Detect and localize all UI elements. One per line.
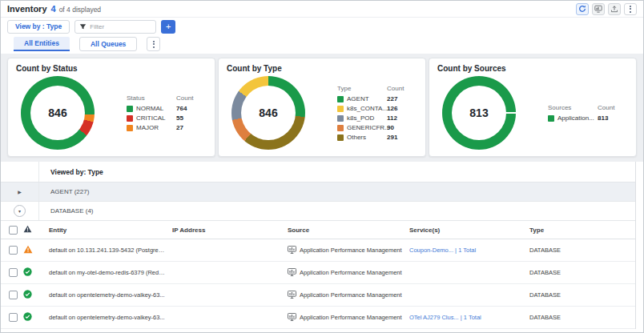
table-row[interactable]: default on opentelemetry-demo-valkey-63.… [1,307,635,329]
severity-column-icon [23,225,32,235]
group-label: DATABASE (4) [39,207,94,215]
group-row-agent[interactable]: ▶ AGENT (227) [1,183,635,202]
legend-swatch [337,115,344,122]
legend-item[interactable]: AGENT 227 [337,95,404,102]
table-row[interactable]: default on 10.131.241.139-5432 (Postgres… [1,239,635,262]
status-donut-chart[interactable]: 846 [21,76,95,150]
refresh-icon [578,2,586,16]
select-all-checkbox[interactable] [9,226,18,235]
viewed-by-row: Viewed by: Type [1,162,635,183]
legend-label: Application... [557,114,594,122]
donut-total: 846 [231,76,305,150]
legend-item[interactable]: Others 291 [337,134,404,141]
legend-item[interactable]: k8s_POD 112 [337,114,404,122]
legend-label: k8s_POD [347,114,374,122]
column-header-services[interactable]: Service(s) [405,227,526,234]
entity-cell: default on my-otel-demo-redis-6379 (Redi… [44,269,166,276]
status-ok-icon [23,290,32,300]
monitor-icon [288,268,296,278]
legend-item[interactable]: k8s_CONTA... 126 [337,105,404,112]
column-header-entity[interactable]: Entity [44,227,166,234]
column-header-ip[interactable]: IP Address [166,227,284,234]
source-cell: Application Performance Management [284,313,405,323]
legend-item[interactable]: GENERICFR... 90 [337,124,404,131]
services-link[interactable]: Coupon-Demo... | 1 Total [409,247,476,254]
add-filter-button[interactable]: + [161,20,175,34]
legend-swatch [127,125,133,131]
screen-view-button[interactable] [592,3,605,15]
monitor-icon [288,313,296,323]
table-row[interactable]: default on my-otel-demo-redis-6379 (Redi… [1,262,635,284]
card-count-by-status: Count by Status 846 Status Count NORMAL … [7,58,215,157]
filter-input[interactable] [90,23,151,30]
status-ok-icon [23,267,32,278]
refresh-button[interactable] [576,3,589,15]
group-row-database[interactable]: ▾ DATABASE (4) [1,202,635,221]
tab-all-entities[interactable]: All Entities [14,37,70,51]
legend-item[interactable]: NORMAL 764 [127,105,193,112]
card-title: Count by Sources [437,64,628,73]
legend-count: 27 [176,124,193,131]
services-link[interactable]: OTel AJ279 Clus... | 1 Total [409,314,481,321]
legend-swatch [548,115,554,122]
donut-total: 813 [442,76,516,150]
tab-all-queues[interactable]: All Queues [79,37,137,51]
row-checkbox[interactable] [9,246,18,255]
tabs-more-button[interactable] [147,37,160,51]
legend-label: NORMAL [136,105,163,112]
legend-swatch [337,134,344,141]
source-cell: Application Performance Management [284,246,405,255]
source-label: Application Performance Management [300,314,402,321]
legend-label: k8s_CONTA... [347,105,388,112]
source-label: Application Performance Management [300,269,402,276]
legend-item[interactable]: Application... 813 [548,114,614,122]
displayed-count-suffix: of 4 displayed [59,6,101,14]
table-row[interactable]: default on opentelemetry-demo-valkey-63.… [1,284,635,307]
monitor-icon [288,246,296,255]
legend-count: 764 [176,105,193,112]
source-label: Application Performance Management [300,291,402,299]
warning-major-icon [23,245,33,255]
row-checkbox[interactable] [9,291,18,299]
expand-button[interactable]: ▶ [1,183,39,201]
column-header-source[interactable]: Source [284,227,405,234]
legend-count: 55 [176,114,193,122]
status-ok-icon [23,312,32,323]
legend-swatch [127,106,133,112]
group-label: AGENT (227) [39,188,89,195]
export-button[interactable] [608,3,621,15]
card-title: Count by Status [16,64,207,73]
type-cell: DATABASE [526,314,635,321]
view-by-dropdown[interactable]: View by : Type [7,20,70,34]
legend-count: 112 [387,114,404,122]
legend-label: MAJOR [136,124,159,131]
legend-item[interactable]: CRITICAL 55 [127,114,193,122]
entity-list: Viewed by: Type ▶ AGENT (227) ▾ DATABASE… [1,162,636,329]
chevron-down-icon: ▾ [18,208,21,214]
monitor-icon [288,291,296,300]
row-checkbox[interactable] [9,268,18,277]
entity-cell: default on 10.131.241.139-5432 (Postgres… [44,247,166,254]
kebab-icon [630,6,631,13]
legend-header: Type [337,85,387,92]
row-checkbox[interactable] [9,313,18,322]
legend-swatch [337,106,344,112]
more-options-button[interactable] [624,3,637,15]
titlebar: Inventory 4 of 4 displayed [1,1,643,18]
legend-item[interactable]: MAJOR 27 [127,124,193,131]
tabbar: All Entities All Queues [1,35,643,54]
type-donut-chart[interactable]: 846 [231,76,305,150]
legend-swatch [337,96,344,102]
entity-cell: default on opentelemetry-demo-valkey-63.… [44,314,166,321]
kebab-icon [153,41,155,48]
collapse-button[interactable]: ▾ [14,205,26,217]
legend-count: 813 [598,114,614,122]
legend-label: CRITICAL [136,114,165,122]
table-header: Entity IP Address Source Service(s) Type [1,221,635,239]
column-header-type[interactable]: Type [526,227,635,234]
filter-funnel-icon [79,19,87,34]
chevron-right-icon: ▶ [18,189,22,195]
legend-label: Others [347,134,366,141]
sources-donut-chart[interactable]: 813 [442,76,516,150]
type-legend: Type Count AGENT 227 k8s_CONTA... 126 k8… [337,85,404,141]
